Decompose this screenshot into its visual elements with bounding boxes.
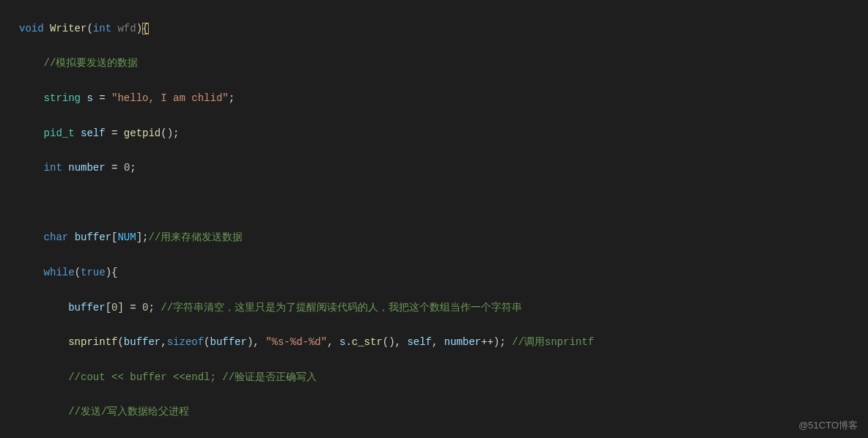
- code-line: void Writer(int wfd){: [19, 21, 631, 38]
- code-line: //模拟要发送的数据: [19, 55, 631, 73]
- code-line: [19, 195, 631, 212]
- code-line: string s = "hello, I am chlid";: [19, 90, 631, 108]
- gutter: [0, 0, 9, 438]
- watermark: @51CTO博客: [798, 417, 858, 434]
- code-line: pid_t self = getpid();: [19, 125, 631, 143]
- code-line: while(true){: [19, 264, 631, 282]
- code-editor[interactable]: void Writer(int wfd){ //模拟要发送的数据 string …: [0, 0, 868, 438]
- code-line: //cout << buffer <<endl; //验证是否正确写入: [19, 369, 631, 387]
- code-line: char buffer[NUM];//用来存储发送数据: [19, 229, 631, 247]
- code-line: //发送/写入数据给父进程: [19, 404, 631, 421]
- code-line: snprintf(buffer,sizeof(buffer), "%s-%d-%…: [19, 334, 631, 352]
- code-line: int number = 0;: [19, 160, 631, 177]
- code-line: buffer[0] = 0; //字符串清空，这里只是为了提醒阅读代码的人，我把…: [19, 300, 631, 317]
- code-area[interactable]: void Writer(int wfd){ //模拟要发送的数据 string …: [9, 0, 631, 438]
